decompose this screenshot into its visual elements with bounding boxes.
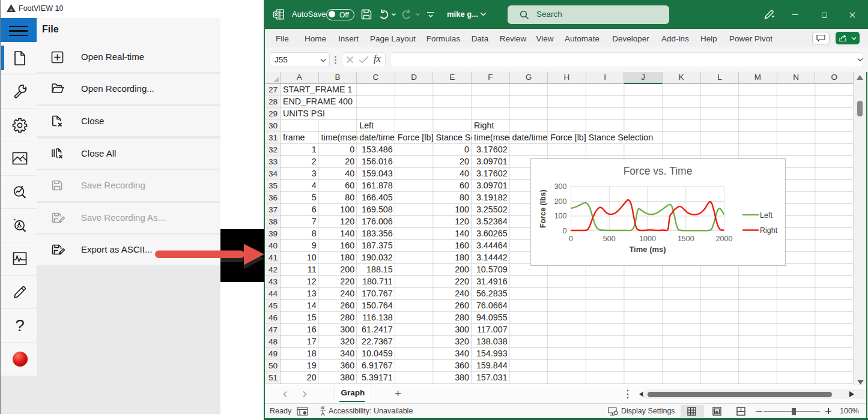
svg-text:0: 0 xyxy=(563,227,567,235)
svg-text:Left: Left xyxy=(760,211,772,220)
svg-text:2000: 2000 xyxy=(716,235,733,243)
svg-text:Time (ms): Time (ms) xyxy=(629,245,666,254)
svg-text:1000: 1000 xyxy=(639,235,656,243)
svg-text:500: 500 xyxy=(603,235,616,243)
svg-text:Force vs. Time: Force vs. Time xyxy=(624,165,693,177)
svg-text:1500: 1500 xyxy=(678,235,694,243)
svg-text:Force (lbs): Force (lbs) xyxy=(539,190,547,228)
svg-text:200: 200 xyxy=(554,197,567,206)
svg-text:Right: Right xyxy=(760,226,778,235)
svg-text:0: 0 xyxy=(569,235,573,243)
svg-text:300: 300 xyxy=(554,182,567,191)
svg-text:100: 100 xyxy=(554,212,567,220)
